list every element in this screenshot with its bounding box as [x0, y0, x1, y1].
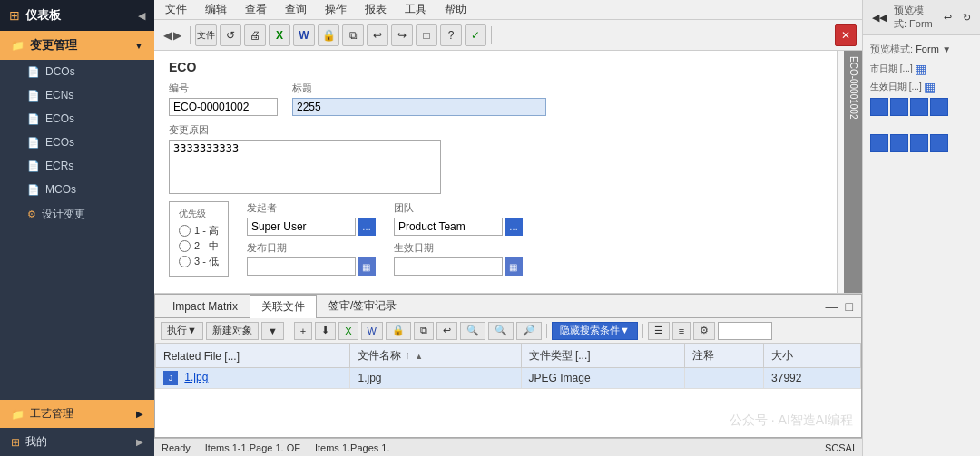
tab-related-files[interactable]: 关联文件	[250, 295, 317, 319]
col-filename[interactable]: 文件名称 ↑ ▲	[350, 344, 521, 368]
col-comment[interactable]: 注释	[685, 344, 764, 368]
panel-minimize-btn[interactable]: —	[823, 299, 841, 314]
priority-option-1[interactable]: 1 - 高	[179, 224, 219, 238]
nav-left-btn[interactable]: ◀	[163, 29, 172, 42]
related-file-link[interactable]: 1.jpg	[184, 371, 208, 383]
sidebar-item-dcos[interactable]: 📄 DCOs	[9, 60, 154, 83]
attach-btn[interactable]: 🔒	[386, 322, 411, 340]
priority-radio-2[interactable]	[179, 240, 191, 252]
toolbar-window-btn[interactable]: □	[416, 24, 437, 46]
grid-cell-2-2[interactable]	[890, 134, 908, 152]
eco-team-btn[interactable]: …	[505, 218, 523, 236]
grid-cell-1-2[interactable]	[890, 98, 908, 116]
sidebar-item-mcos[interactable]: 📄 MCOs	[9, 178, 154, 201]
sidebar-dashboard-label[interactable]: 仪表板	[25, 7, 61, 24]
add-btn[interactable]: +	[294, 322, 312, 340]
eco-team-input[interactable]	[394, 218, 503, 236]
excel-export-btn[interactable]: X	[338, 322, 358, 340]
sidebar-category-change-management[interactable]: 📁 变更管理 ▼	[0, 31, 154, 60]
col-related-file[interactable]: Related File [...]	[156, 344, 350, 368]
menu-query[interactable]: 查询	[281, 1, 310, 18]
menu-report[interactable]: 报表	[361, 1, 390, 18]
refresh2-btn[interactable]: ↩	[436, 322, 457, 340]
eco-release-date-calendar-btn[interactable]: ▦	[358, 257, 376, 276]
eco-title-input[interactable]	[292, 98, 546, 116]
right-refresh-btn[interactable]: ↻	[959, 10, 975, 25]
eco-initiator-input[interactable]	[247, 218, 356, 236]
toolbar-file-btn[interactable]: 文件	[195, 24, 217, 46]
menu-help[interactable]: 帮助	[441, 1, 470, 18]
menu-file[interactable]: 文件	[162, 1, 191, 18]
toolbar-word-btn[interactable]: W	[293, 24, 315, 46]
sidebar-item-my[interactable]: ⊞ 我的 ▶	[0, 428, 154, 456]
unattach-btn[interactable]: ⧉	[414, 322, 434, 340]
start-date-calendar-icon[interactable]: ▦	[915, 62, 926, 76]
menu-edit[interactable]: 编辑	[201, 1, 230, 18]
grid-cell-2-3[interactable]	[910, 134, 928, 152]
grid-cell-2-4[interactable]	[930, 134, 948, 152]
tab-impact-matrix[interactable]: Impact Matrix	[161, 296, 250, 317]
toolbar-redo-btn[interactable]: ↪	[391, 24, 413, 46]
toolbar-copy-btn[interactable]: ⧉	[342, 24, 364, 46]
sidebar-item-ecos2[interactable]: 📄 ECOs	[9, 131, 154, 154]
nav-right-btn[interactable]: ▶	[173, 29, 181, 42]
priority-radio-3[interactable]	[179, 256, 191, 267]
menu-tools[interactable]: 工具	[401, 1, 430, 18]
eco-number-input[interactable]	[169, 98, 278, 116]
priority-option-2[interactable]: 2 - 中	[179, 239, 219, 253]
status-pages: Items 1.Pages 1.	[315, 442, 390, 453]
menu-operation[interactable]: 操作	[321, 1, 350, 18]
eco-release-date-input[interactable]	[247, 257, 356, 276]
grid-cell-1-4[interactable]	[930, 98, 948, 116]
col-filetype[interactable]: 文件类型 [...]	[521, 344, 684, 368]
grid-cell-2-1[interactable]	[870, 134, 888, 152]
filter-btn[interactable]: 隐藏搜索条件▼	[552, 322, 638, 340]
panel-maximize-btn[interactable]: □	[843, 299, 856, 314]
import-btn[interactable]: ⬇	[315, 322, 336, 340]
settings-btn[interactable]: ⚙	[693, 322, 715, 340]
sidebar-item-ecns[interactable]: 📄 ECNs	[9, 83, 154, 107]
toolbar-excel-btn[interactable]: X	[269, 24, 290, 46]
toolbar-lock-btn[interactable]: 🔒	[318, 24, 339, 46]
eco-effective-date-input[interactable]	[394, 257, 503, 276]
priority-label-2: 2 - 中	[194, 239, 219, 253]
word-export-btn[interactable]: W	[361, 322, 383, 340]
panel-controls: — □	[823, 299, 856, 314]
sidebar-category-process[interactable]: 📁 工艺管理 ▶	[0, 400, 154, 428]
bottom-toolbar-sep-3	[642, 324, 643, 338]
view-btn[interactable]: ☰	[648, 322, 670, 340]
eco-reason-textarea[interactable]: 3333333333	[169, 140, 441, 194]
sidebar-item-design-change[interactable]: ⚙ 设计变更	[9, 201, 154, 228]
priority-option-3[interactable]: 3 - 低	[179, 255, 219, 268]
right-nav-left-btn[interactable]: ◀◀	[868, 10, 890, 25]
grid-cell-1-1[interactable]	[870, 98, 888, 116]
toolbar-undo-btn[interactable]: ↩	[367, 24, 388, 46]
sidebar-item-ecrs[interactable]: 📄 ECRs	[9, 154, 154, 178]
menu-view[interactable]: 查看	[241, 1, 270, 18]
sidebar-collapse-btn[interactable]: ◀	[138, 10, 145, 22]
col-options-btn[interactable]: ≡	[672, 322, 691, 340]
sidebar-item-ecos1[interactable]: 📄 ECOs	[9, 107, 154, 131]
new-pair-btn[interactable]: 新建对象	[206, 322, 259, 340]
toolbar-help-btn[interactable]: ?	[440, 24, 462, 46]
new-btn[interactable]: ▼	[261, 322, 284, 340]
toolbar-refresh-btn[interactable]: ↺	[220, 24, 241, 46]
eco-release-date-group: ▦	[247, 257, 376, 276]
toolbar-confirm-btn[interactable]: ✓	[465, 24, 486, 46]
priority-radio-1[interactable]	[179, 225, 191, 237]
search-input[interactable]	[718, 322, 772, 340]
search-btn[interactable]: 🔍	[460, 322, 485, 340]
toolbar-close-btn[interactable]: ✕	[835, 24, 857, 46]
grid-cell-1-3[interactable]	[910, 98, 928, 116]
right-nav-right-btn[interactable]: ↩	[940, 10, 956, 25]
eco-initiator-btn[interactable]: …	[358, 218, 376, 236]
table-row[interactable]: J 1.jpg 1.jpg JPEG Image 37992	[156, 368, 861, 389]
col-size[interactable]: 大小	[764, 344, 861, 368]
eco-effective-date-calendar-btn[interactable]: ▦	[505, 257, 523, 276]
search2-btn[interactable]: 🔍	[488, 322, 514, 340]
end-date-calendar-icon[interactable]: ▦	[924, 80, 936, 94]
toolbar-print-btn[interactable]: 🖨	[244, 24, 266, 46]
search3-btn[interactable]: 🔎	[516, 322, 542, 340]
tab-sign-review[interactable]: 签审/签审记录	[317, 294, 408, 318]
execute-dropdown-btn[interactable]: 执行▼	[161, 322, 203, 340]
